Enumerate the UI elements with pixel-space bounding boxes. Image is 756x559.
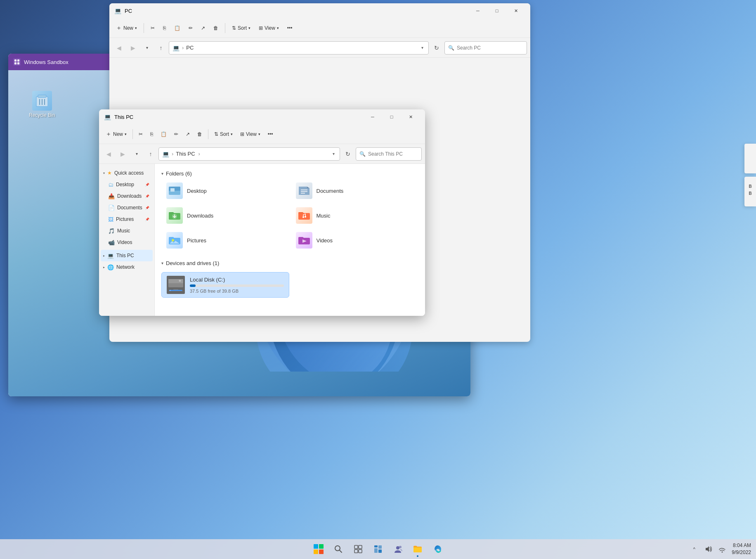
address-chevron-icon[interactable]: ▾ [331,150,336,158]
sidebar-item-videos[interactable]: 📹 Videos [101,237,153,248]
bg-share-button[interactable]: ↗ [198,21,208,36]
drives-section-header[interactable]: ▾ Devices and drives (1) [161,257,418,269]
drive-item-c[interactable]: Local Disk (C:) 37.5 GB free of 39.8 GB [161,272,289,298]
bg-back-button[interactable]: ◀ [113,42,125,54]
cut-button[interactable]: ✂ [135,127,146,142]
sidebar-item-documents[interactable]: 📄 Documents 📌 [101,202,153,213]
cut-btn-icon: ✂ [139,131,143,137]
svg-rect-37 [374,545,378,547]
bg-cut-button[interactable]: ✂ [147,21,158,36]
recycle-bin-icon[interactable]: Recycle Bin [29,91,55,118]
recycle-bin-image [32,91,52,111]
bg-more-button[interactable]: ••• [284,21,296,36]
bg-forward-button[interactable]: ▶ [127,42,139,54]
sidebar-item-desktop[interactable]: 🗂 Desktop 📌 [101,179,153,190]
bg-new-button[interactable]: ＋ New ▾ [113,21,140,36]
bg-recent-button[interactable]: ▾ [141,42,153,54]
folders-section-header[interactable]: ▾ Folders (6) [161,167,418,179]
tray-chevron-button[interactable]: ^ [688,543,700,555]
bg-new-chevron: ▾ [135,26,137,30]
paste-button[interactable]: 📋 [157,127,170,142]
svg-rect-14 [170,188,175,190]
explorer-addressbar: ◀ ▶ ▾ ↑ 💻 › This PC › ▾ ↻ 🔍 [99,144,425,164]
downloads-folder-icon: 📥 [108,193,115,199]
bg-search-icon: 🔍 [448,45,454,51]
refresh-button[interactable]: ↻ [342,148,354,160]
music-icon [296,207,312,224]
copy-button[interactable]: ⎘ [147,127,156,142]
back-button[interactable]: ◀ [102,148,115,160]
quick-access-section: ▾ ★ Quick access 🗂 Desktop 📌 📥 Downloads… [99,167,154,248]
search-input[interactable] [368,151,418,157]
start-button[interactable] [309,540,328,558]
teams-button[interactable] [389,540,407,558]
folder-item-pictures[interactable]: Pictures [161,229,289,252]
widgets-button[interactable] [369,540,387,558]
bg-up-button[interactable]: ↑ [155,42,167,54]
rename-button[interactable]: ✏ [171,127,182,142]
this-pc-folder-icon: 💻 [107,253,114,259]
bg-copy-button[interactable]: ⎘ [160,21,169,36]
explorer-minimize-button[interactable]: ─ [363,109,382,124]
bg-rename-button[interactable]: ✏ [185,21,196,36]
desktop-icon [166,182,183,199]
bg-minimize-button[interactable]: ─ [468,3,487,18]
bg-close-button[interactable]: ✕ [506,3,525,18]
speaker-icon [704,545,712,553]
task-view-button[interactable] [349,540,367,558]
taskbar-system-tray: ^ 8:04 AM 9/9/2022 [688,542,751,556]
folder-item-music[interactable]: Music [291,204,419,227]
recycle-bin-label: Recycle Bin [29,112,55,118]
bg-address-chevron[interactable]: ▾ [420,44,425,52]
sidebar-item-downloads[interactable]: 📥 Downloads 📌 [101,190,153,202]
search-box[interactable]: 🔍 [356,147,422,161]
taskbar-clock[interactable]: 8:04 AM 9/9/2022 [732,542,751,556]
file-explorer-button[interactable] [409,540,427,558]
bg-maximize-button[interactable]: □ [487,3,506,18]
folder-item-downloads[interactable]: Downloads [161,204,289,227]
svg-point-44 [722,552,723,553]
recent-locations-button[interactable]: ▾ [130,148,143,160]
sidebar-item-network[interactable]: ▸ 🌐 Network [101,261,153,273]
delete-button[interactable]: 🗑 [194,127,206,142]
view-button[interactable]: ⊞ View ▾ [237,127,264,142]
address-path-sep: › [198,151,200,157]
network-tray-button[interactable] [716,543,728,555]
explorer-content: ▾ ★ Quick access 🗂 Desktop 📌 📥 Downloads… [99,164,425,316]
quick-access-header[interactable]: ▾ ★ Quick access [101,167,153,179]
edge-button[interactable] [428,540,447,558]
bg-address-box[interactable]: 💻 › PC ▾ [169,41,429,54]
svg-rect-36 [359,550,362,553]
bg-view-button[interactable]: ⊞ View ▾ [255,21,282,36]
desktop-folder-name: Desktop [187,188,207,194]
bg-paste-button[interactable]: 📋 [171,21,184,36]
sidebar-item-this-pc[interactable]: ▸ 💻 This PC [101,250,153,261]
up-button[interactable]: ↑ [144,148,157,160]
address-box[interactable]: 💻 › This PC › ▾ [158,147,340,161]
search-button[interactable] [329,540,347,558]
bg-sort-label: Sort [238,25,247,31]
explorer-maximize-button[interactable]: □ [382,109,401,124]
more-button[interactable]: ••• [265,127,276,142]
speaker-button[interactable] [702,543,714,555]
bg-delete-button[interactable]: 🗑 [210,21,222,36]
share-button[interactable]: ↗ [182,127,193,142]
sidebar-item-music[interactable]: 🎵 Music [101,225,153,237]
bg-search-box[interactable]: 🔍 [444,41,527,54]
sidebar-item-pictures[interactable]: 🖼 Pictures 📌 [101,213,153,225]
folder-item-videos[interactable]: Videos [291,229,419,252]
explorer-close-button[interactable]: ✕ [401,109,420,124]
bg-search-input[interactable] [457,45,523,51]
new-button[interactable]: ＋ New ▾ [102,127,130,142]
bg-address-separator: › [182,45,184,51]
bg-refresh-button[interactable]: ↻ [430,42,443,54]
folder-item-documents[interactable]: Documents [291,179,419,202]
sidebar-downloads-label: Downloads [117,193,143,199]
bg-sort-button[interactable]: ⇅ Sort ▾ [229,21,254,36]
bg-explorer-icon: 💻 [114,7,121,14]
teams-icon [393,545,402,554]
folder-item-desktop[interactable]: Desktop [161,179,289,202]
sort-button[interactable]: ⇅ Sort ▾ [211,127,236,142]
drive-c-bar-container [190,284,284,287]
forward-button[interactable]: ▶ [116,148,129,160]
